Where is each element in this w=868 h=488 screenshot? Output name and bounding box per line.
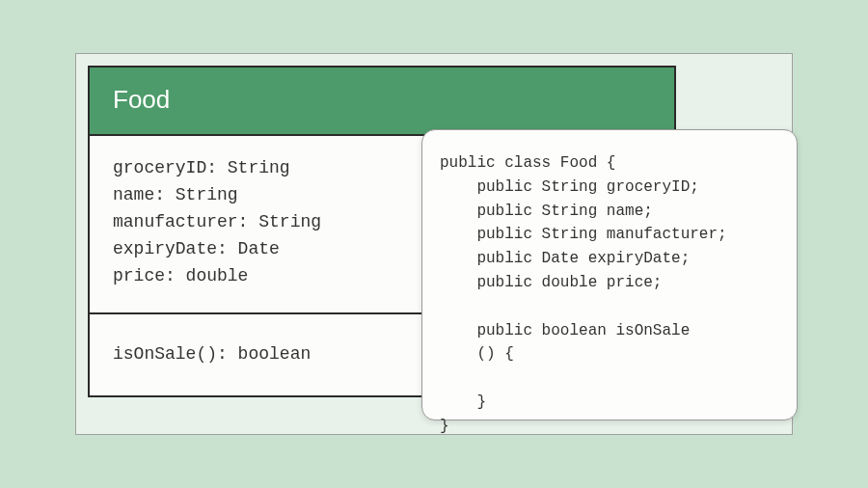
diagram-canvas: Food groceryID: String name: String manu…	[75, 53, 793, 435]
code-panel: public class Food { public String grocer…	[421, 129, 798, 420]
uml-class-name: Food	[90, 68, 674, 136]
code-block: public class Food { public String grocer…	[440, 151, 779, 439]
